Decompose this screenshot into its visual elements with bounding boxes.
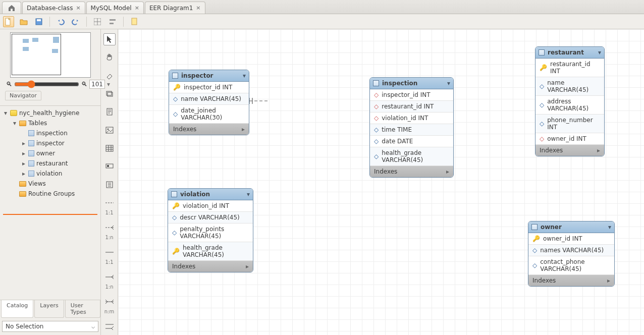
diagram-canvas[interactable]: inspector▾ 🔑inspector_id INT ◇name VARCH… bbox=[118, 29, 644, 335]
new-file-button[interactable] bbox=[3, 16, 14, 27]
table-tool[interactable] bbox=[103, 142, 116, 154]
align-button[interactable] bbox=[107, 16, 118, 27]
tree-table-restaurant[interactable]: ▸restaurant bbox=[19, 158, 99, 169]
fk-icon: ◇ bbox=[374, 115, 379, 122]
redo-button[interactable] bbox=[70, 16, 81, 27]
rel-1-n-nonid-tool[interactable] bbox=[103, 221, 116, 234]
toolbar bbox=[0, 14, 644, 29]
chevron-down-icon[interactable]: ▾ bbox=[447, 80, 450, 87]
tree-table-inspector[interactable]: ▸inspector bbox=[19, 138, 99, 148]
entity-restaurant[interactable]: restaurant▾ 🔑restaurant_id INT ◇name VAR… bbox=[535, 46, 605, 156]
catalog-tab-catalog[interactable]: Catalog bbox=[1, 300, 33, 318]
notes-button[interactable] bbox=[129, 16, 140, 27]
entity-title: owner bbox=[541, 224, 562, 231]
selection-box[interactable]: No Selection ⌵ bbox=[2, 321, 98, 332]
zoom-in-icon[interactable]: 🔍︎ bbox=[81, 81, 87, 88]
entity-title: violation bbox=[180, 191, 210, 198]
tree-table-inspection[interactable]: inspection bbox=[19, 128, 99, 138]
home-icon bbox=[7, 4, 16, 12]
close-icon[interactable]: × bbox=[135, 5, 139, 11]
chevron-down-icon[interactable]: ▾ bbox=[608, 224, 611, 231]
indexes-label: Indexes bbox=[540, 147, 563, 154]
grid-toggle-button[interactable] bbox=[92, 16, 103, 27]
layer-tool[interactable] bbox=[103, 88, 116, 100]
note-tool[interactable] bbox=[103, 106, 116, 118]
chevron-down-icon[interactable]: ▾ bbox=[598, 49, 601, 56]
chevron-right-icon[interactable]: ▸ bbox=[597, 147, 600, 154]
col-icon: ◇ bbox=[172, 229, 177, 236]
table-icon bbox=[28, 140, 34, 146]
table-label: violation bbox=[36, 170, 62, 177]
table-icon bbox=[105, 145, 114, 152]
zoom-out-icon[interactable]: 🔍︎ bbox=[6, 81, 12, 88]
column-label: date DATE bbox=[382, 138, 413, 145]
tab-eer-diagram[interactable]: EER Diagram1 × bbox=[145, 2, 205, 14]
col-icon: ◇ bbox=[532, 262, 537, 269]
minimap-block bbox=[52, 49, 58, 53]
folder-label: Tables bbox=[28, 120, 47, 127]
table-icon bbox=[28, 160, 34, 166]
rel-1-1-id-tool[interactable] bbox=[103, 246, 116, 258]
eraser-tool[interactable] bbox=[103, 70, 116, 82]
rel-label: 1:n bbox=[105, 284, 113, 290]
svg-rect-13 bbox=[107, 165, 109, 167]
tree-table-owner[interactable]: ▸owner bbox=[19, 148, 99, 158]
chevron-right-icon[interactable]: ▸ bbox=[242, 126, 245, 133]
tab-database-class[interactable]: Database-class × bbox=[22, 2, 85, 14]
svg-rect-11 bbox=[106, 145, 113, 151]
tree-views[interactable]: Views bbox=[10, 179, 99, 189]
indexes-label: Indexes bbox=[374, 168, 397, 175]
image-tool[interactable] bbox=[103, 124, 116, 136]
open-button[interactable] bbox=[18, 16, 29, 27]
tab-home[interactable] bbox=[2, 2, 21, 14]
close-icon[interactable]: × bbox=[196, 5, 200, 11]
chevron-down-icon[interactable]: ▾ bbox=[247, 191, 250, 198]
entity-title: inspection bbox=[382, 80, 417, 87]
col-icon: ◇ bbox=[540, 120, 544, 127]
entity-owner[interactable]: owner▾ 🔑owner_id INT ◇names VARCHAR(45) … bbox=[528, 221, 615, 287]
chevron-down-icon[interactable]: ▾ bbox=[243, 72, 246, 79]
col-icon: ◇ bbox=[172, 214, 177, 221]
close-icon[interactable]: × bbox=[76, 5, 80, 11]
save-icon bbox=[35, 18, 43, 26]
catalog-tab-layers[interactable]: Layers bbox=[34, 300, 64, 318]
rel-existing-tool[interactable] bbox=[103, 320, 116, 332]
separator bbox=[123, 17, 124, 27]
hand-tool[interactable] bbox=[103, 51, 116, 64]
rel-icon bbox=[105, 225, 114, 231]
tree-db[interactable]: ▾nyc_health_hygiene bbox=[1, 108, 99, 118]
rel-1-1-nonid-tool[interactable] bbox=[103, 197, 116, 209]
pointer-tool[interactable] bbox=[103, 33, 116, 45]
minimap[interactable] bbox=[10, 32, 91, 78]
chevron-right-icon[interactable]: ▸ bbox=[246, 263, 249, 270]
undo-button[interactable] bbox=[55, 16, 66, 27]
align-icon bbox=[109, 18, 116, 25]
entity-violation[interactable]: violation▾ 🔑violation_id INT ◇descr VARC… bbox=[168, 188, 253, 272]
svg-point-10 bbox=[107, 129, 109, 130]
col-icon: ◇ bbox=[173, 95, 178, 102]
table-label: owner bbox=[36, 150, 55, 157]
zoom-slider[interactable] bbox=[14, 80, 79, 88]
chevron-right-icon[interactable]: ▸ bbox=[607, 277, 610, 284]
dropdown-icon: ⌵ bbox=[91, 323, 95, 330]
entity-inspector[interactable]: inspector▾ 🔑inspector_id INT ◇name VARCH… bbox=[169, 70, 249, 135]
indexes-label: Indexes bbox=[532, 277, 556, 284]
tab-label: EER Diagram1 bbox=[149, 5, 193, 12]
entity-inspection[interactable]: inspection▾ ◇inspector_id INT ◇restauran… bbox=[369, 77, 454, 178]
tree-routines[interactable]: Routine Groups bbox=[10, 189, 99, 199]
rel-n-m-tool[interactable] bbox=[103, 296, 116, 308]
tab-mysql-model[interactable]: MySQL Model × bbox=[86, 2, 144, 14]
rel-icon bbox=[105, 274, 114, 280]
view-tool[interactable] bbox=[103, 160, 116, 173]
eraser-icon bbox=[105, 72, 114, 79]
chevron-right-icon[interactable]: ▸ bbox=[446, 168, 449, 175]
tree-tables[interactable]: ▾Tables bbox=[10, 118, 99, 128]
rel-icon bbox=[105, 250, 114, 255]
table-icon bbox=[373, 80, 379, 86]
routine-tool[interactable] bbox=[103, 179, 116, 191]
tree-table-violation[interactable]: ▸violation bbox=[19, 169, 99, 179]
catalog-tab-usertypes[interactable]: User Types bbox=[65, 300, 100, 318]
save-button[interactable] bbox=[33, 16, 44, 27]
catalog-highlight-bar bbox=[3, 214, 97, 215]
rel-1-n-id-tool[interactable] bbox=[103, 271, 116, 283]
